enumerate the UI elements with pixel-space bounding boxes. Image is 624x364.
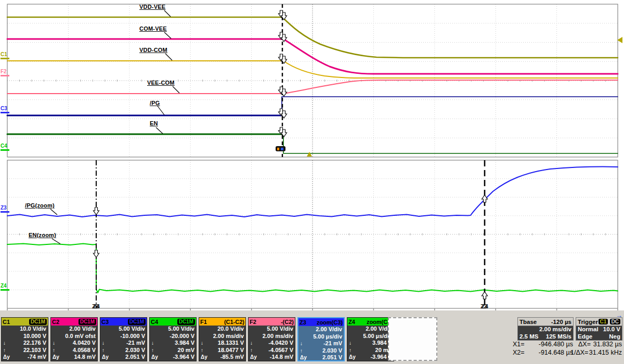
descriptor-row: 2.00 V/div [298,326,344,333]
descriptor-value: 2.051 V [125,354,145,361]
tbase-offset: -120 µs [551,319,571,325]
trigger-title: Trigger [578,319,598,325]
channel-marker-bar [1,58,9,59]
cursor-arrow-icon[interactable] [94,207,99,215]
descriptor-row: 10.0 V/div [2,326,48,333]
channel-descriptor-c3[interactable]: C3DC1M5.00 V/div-10.000 V↓-21 mV↑2.030 V… [100,317,147,361]
descriptor-value: 2.030 V [322,347,342,355]
descriptor-row: 2.00 ms/div [249,333,295,340]
channel-id: C2 [52,319,59,325]
channel-id: Z4 [348,319,355,325]
descriptor-row: ↓22.176 V [2,340,48,347]
descriptor-row: Δy2.051 V [100,354,147,361]
descriptor-row: 2.00 V/div [347,326,394,333]
trace-label-leader [165,54,172,60]
cursor-arrow-icon[interactable] [482,292,488,299]
trigger-time-marker-icon[interactable] [307,152,312,157]
channel-id: F2 [250,319,256,325]
trigger-box[interactable]: Trigger C1 DC Normal 10.0 V Edge Neg [576,317,622,341]
channel-marker-c3[interactable]: C3 [1,106,9,113]
channel-marker-bar [1,75,9,76]
descriptor-row: ↓4.0420 V [51,340,97,347]
channel-marker-label: C4 [1,143,7,149]
tbase-samples: 2.5 MS [519,333,538,341]
trace-label-leader [52,239,60,244]
channel-descriptor-z3[interactable]: Z3zoom(C3)2.00 V/div5.00 µs/div↓-21 mV↑2… [297,317,345,361]
descriptor-value: -4.0420 V [268,340,293,347]
cursor-glyph: ↑ [3,347,6,354]
descriptor-row: Δy-74 mV [2,354,48,361]
empty-descriptor-slot[interactable] [388,317,437,361]
cursor-invdx-value: 31.415 kHz [589,349,622,356]
descriptor-value: 5.00 V/div [168,326,194,333]
descriptor-value: 18.0477 V [218,347,244,354]
descriptor-row: ↑18.0477 V [199,347,245,354]
trigger-type: Edge [578,333,592,341]
cursor-glyph: ↓ [102,340,105,347]
descriptor-value: 2.00 ms/div [213,333,244,340]
channel-id: Z3 [300,319,306,326]
cursor-glyph: ↑ [250,347,253,354]
channel-id: C1 [3,319,10,325]
channel-descriptor-c2[interactable]: C2DC1M2.00 V/div0.0 mV ofst↓4.0420 V↑4.0… [50,317,98,361]
cursor-arrow-icon[interactable] [94,250,99,257]
channel-marker-bar [1,149,9,151]
descriptor-header: C1DC1M [2,318,48,326]
timebase-box[interactable]: Tbase -120 µs 2.00 ms/div 2.5 MS 125 MS/… [517,317,574,341]
descriptor-value: 18.1331 V [218,340,244,347]
channel-marker-z3[interactable]: Z3 [1,205,9,213]
coupling-badge: DC1M [79,319,96,325]
channel-id: C4 [151,319,158,325]
channel-descriptor-f1[interactable]: F1(C1-C2)20.0 V/div2.00 ms/div↓18.1331 V… [199,317,246,361]
channel-descriptor-z4[interactable]: Z4zoom(C4)2.00 V/div5.00 µs/div↓3.984 V↑… [347,317,394,361]
zoom-region-tag[interactable] [276,146,285,151]
descriptor-row: Δy2.051 V [298,354,344,361]
trace-label: EN(zoom) [29,232,56,238]
descriptor-value: 22.103 V [23,347,46,354]
cursor-invdx-label: 1/ΔX= [570,349,588,356]
graticule-and-traces [0,0,624,310]
channel-descriptor-c1[interactable]: C1DC1M10.0 V/div10.000 V↓22.176 V↑22.103… [1,317,48,361]
trace-label: VDD-VEE [139,4,165,10]
cursor-glyph: Δy [250,354,257,361]
status-panel: C1DC1M10.0 V/div10.000 V↓22.176 V↑22.103… [0,310,624,364]
descriptor-header: C2DC1M [51,318,97,326]
descriptor-value: -21 mV [323,340,342,347]
descriptor-row: ↓18.1331 V [199,340,245,347]
descriptor-value: -21 mV [126,340,145,347]
descriptor-row: ↑22.103 V [2,347,48,354]
trace-label: VDD-COM [139,47,167,53]
channel-marker-c1[interactable]: C1 [1,52,9,59]
trace-label-leader [50,209,57,215]
channel-id: F1 [200,319,207,325]
descriptor-row: Δy-3.964 V [150,354,196,361]
cursor-x1-value: -946.480 µs [524,341,573,348]
trigger-slope: Neg [609,333,620,341]
channel-descriptor-c4[interactable]: C4DC1M5.00 V/div-20.000 V↓3.984 V↑20 mVΔ… [149,317,197,361]
zoom-region-tag-mark [281,148,283,150]
channel-marker-z4[interactable]: Z4 [1,283,9,291]
cursor-x1-label: X1= [513,341,525,348]
cursor-glyph: ↓ [3,340,6,347]
channel-marker-c4[interactable]: C4 [1,144,9,151]
panel-next-arrow-icon[interactable]: → [616,311,622,319]
channel-descriptor-f2[interactable]: F2-(C2)5.00 V/div2.00 ms/div↓-4.0420 V↑-… [248,317,295,361]
cursor-glyph: Δy [201,354,207,361]
descriptor-value: 10.0 V/div [20,326,46,333]
channel-marker-f2[interactable]: F2 [1,69,9,76]
descriptor-header: C3DC1M [100,318,147,326]
cursor-glyph: Δy [151,354,158,361]
cursor-glyph: ↑ [102,347,105,354]
descriptor-value: 5.00 µs/div [313,333,342,341]
cursor-glyph: Δy [102,354,109,361]
descriptor-value: 0.0 mV ofst [65,333,96,340]
trigger-level: 10.0 V [603,326,620,333]
descriptor-row: ↓-21 mV [100,340,147,347]
trace-label: COM-VEE [139,25,167,32]
descriptor-header: F1(C1-C2) [199,318,245,326]
descriptor-value: 14.8 mV [74,354,96,361]
descriptor-row: ↓-21 mV [298,340,344,347]
trace-label-leader [156,127,163,134]
descriptor-header: F2-(C2) [249,318,295,326]
channel-marker-label: C3 [1,106,7,111]
